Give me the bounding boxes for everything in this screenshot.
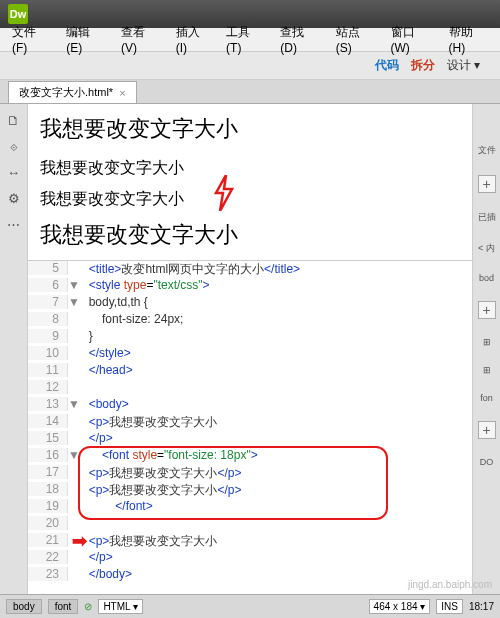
code-content[interactable]: </style>: [80, 346, 131, 360]
split-view-button[interactable]: 拆分: [411, 57, 435, 74]
check-icon[interactable]: ⊘: [84, 601, 92, 612]
tab-bar: 改变文字大小.html* ×: [0, 80, 500, 104]
line-number: 14: [28, 414, 68, 428]
line-number: 10: [28, 346, 68, 360]
menu-item[interactable]: 帮助(H): [441, 24, 496, 55]
code-content[interactable]: </p>: [80, 431, 113, 445]
code-line[interactable]: 23 </body>: [28, 567, 472, 584]
design-view-button[interactable]: 设计 ▾: [447, 57, 480, 74]
dom-label[interactable]: DO: [480, 457, 494, 467]
code-content[interactable]: <body>: [80, 397, 129, 411]
content: 我想要改变文字大小 我想要改变文字大小 我想要改变文字大小 我想要改变文字大小 …: [28, 104, 472, 594]
code-content[interactable]: <p>我想要改变文字大小</p>: [80, 465, 241, 482]
panel-icon-2[interactable]: ⊞: [483, 365, 491, 375]
code-line[interactable]: 15 </p>: [28, 431, 472, 448]
app-logo: Dw: [8, 4, 28, 24]
code-line[interactable]: 10 </style>: [28, 346, 472, 363]
preview-line-1: 我想要改变文字大小: [40, 114, 460, 144]
preview-line-3: 我想要改变文字大小: [40, 189, 460, 210]
menu-item[interactable]: 查找(D): [272, 24, 327, 55]
menu-item[interactable]: 文件(F): [4, 24, 58, 55]
file-mgmt-icon[interactable]: 🗋: [6, 112, 22, 128]
line-number: 13: [28, 397, 68, 411]
code-line[interactable]: 13▼ <body>: [28, 397, 472, 414]
fold-toggle-icon[interactable]: ▼: [68, 448, 80, 462]
code-line[interactable]: 14 <p>我想要改变文字大小: [28, 414, 472, 431]
line-number: 20: [28, 516, 68, 530]
menu-item[interactable]: 编辑(E): [58, 24, 113, 55]
code-line[interactable]: 16▼ <font style="font-size: 18px">: [28, 448, 472, 465]
line-number: 5: [28, 261, 68, 275]
panel-icon-1[interactable]: ⊞: [483, 337, 491, 347]
code-line[interactable]: 11 </head>: [28, 363, 472, 380]
tools-icon[interactable]: ⚙: [6, 190, 22, 206]
insert-mode[interactable]: INS: [436, 599, 463, 614]
code-line[interactable]: 18 <p>我想要改变文字大小</p>: [28, 482, 472, 499]
code-line[interactable]: 12: [28, 380, 472, 397]
expand-icon[interactable]: ↔: [6, 164, 22, 180]
code-line[interactable]: 20: [28, 516, 472, 533]
code-line[interactable]: 8 font-size: 24px;: [28, 312, 472, 329]
format-icon[interactable]: ⟐: [6, 138, 22, 154]
code-line[interactable]: 5 <title>改变html网页中文字的大小</title>: [28, 261, 472, 278]
line-number: 6: [28, 278, 68, 292]
line-number: 9: [28, 329, 68, 343]
code-line[interactable]: 6▼ <style type="text/css">: [28, 278, 472, 295]
menu-item[interactable]: 窗口(W): [383, 24, 441, 55]
code-content[interactable]: </p>: [80, 550, 113, 564]
code-line[interactable]: 22 </p>: [28, 550, 472, 567]
code-content[interactable]: </body>: [80, 567, 132, 581]
code-line[interactable]: 21 <p>我想要改变文字大小: [28, 533, 472, 550]
more-icon[interactable]: ⋯: [6, 216, 22, 232]
line-number: 23: [28, 567, 68, 581]
code-content[interactable]: </head>: [80, 363, 133, 377]
code-content[interactable]: <font style="font-size: 18px">: [80, 448, 258, 462]
dom-panel-label[interactable]: < 内: [478, 242, 495, 255]
code-content[interactable]: }: [80, 329, 93, 343]
code-content[interactable]: <p>我想要改变文字大小: [80, 533, 217, 550]
line-number: 17: [28, 465, 68, 479]
close-tab-icon[interactable]: ×: [119, 87, 125, 99]
time-display: 18:17: [469, 601, 494, 612]
code-content[interactable]: <style type="text/css">: [80, 278, 210, 292]
menu-item[interactable]: 查看(V): [113, 24, 168, 55]
watermark: jingd.an.baiph.com: [408, 579, 492, 590]
code-content[interactable]: body,td,th {: [80, 295, 148, 309]
code-line[interactable]: 9 }: [28, 329, 472, 346]
plus-button-2[interactable]: +: [478, 301, 496, 319]
menu-item[interactable]: 插入(I): [168, 24, 218, 55]
right-panel-rail: 文件 + 已插 < 内 bod + ⊞ ⊞ fon + DO: [472, 104, 500, 594]
dimensions-selector[interactable]: 464 x 184 ▾: [369, 599, 431, 614]
line-number: 8: [28, 312, 68, 326]
line-number: 19: [28, 499, 68, 513]
files-panel-tab[interactable]: 文件: [478, 144, 496, 157]
plus-button[interactable]: +: [478, 175, 496, 193]
code-content[interactable]: <title>改变html网页中文字的大小</title>: [80, 261, 300, 278]
code-content[interactable]: </font>: [80, 499, 153, 513]
code-line[interactable]: 7▼ body,td,th {: [28, 295, 472, 312]
fold-toggle-icon[interactable]: ▼: [68, 295, 80, 309]
breadcrumb-font[interactable]: font: [48, 599, 79, 614]
fold-toggle-icon[interactable]: ▼: [68, 397, 80, 411]
plus-button-3[interactable]: +: [478, 421, 496, 439]
status-bar: body font ⊘ HTML ▾ 464 x 184 ▾ INS 18:17: [0, 594, 500, 618]
code-content[interactable]: <p>我想要改变文字大小</p>: [80, 482, 241, 499]
code-content[interactable]: font-size: 24px;: [80, 312, 183, 326]
code-content[interactable]: <p>我想要改变文字大小: [80, 414, 217, 431]
breadcrumb-body[interactable]: body: [6, 599, 42, 614]
line-number: 12: [28, 380, 68, 394]
code-editor[interactable]: ➡ 5 <title>改变html网页中文字的大小</title>6▼ <sty…: [28, 261, 472, 594]
live-preview[interactable]: 我想要改变文字大小 我想要改变文字大小 我想要改变文字大小 我想要改变文字大小: [28, 104, 472, 261]
language-selector[interactable]: HTML ▾: [98, 599, 143, 614]
body-label: bod: [479, 273, 494, 283]
code-line[interactable]: 19 </font>: [28, 499, 472, 516]
line-number: 15: [28, 431, 68, 445]
menu-item[interactable]: 工具(T): [218, 24, 272, 55]
code-line[interactable]: 17 <p>我想要改变文字大小</p>: [28, 465, 472, 482]
code-view-button[interactable]: 代码: [375, 57, 399, 74]
menu-item[interactable]: 站点(S): [328, 24, 383, 55]
fold-toggle-icon[interactable]: ▼: [68, 278, 80, 292]
line-number: 18: [28, 482, 68, 496]
document-tab[interactable]: 改变文字大小.html* ×: [8, 81, 137, 103]
insert-panel-tab[interactable]: 已插: [478, 211, 496, 224]
